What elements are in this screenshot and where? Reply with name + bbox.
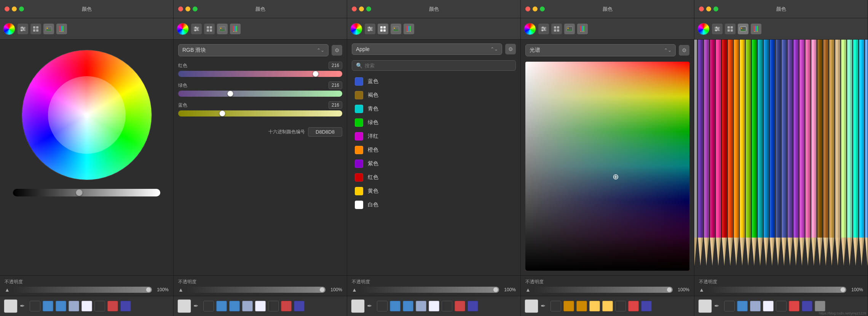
swatch-4-2[interactable] — [563, 301, 574, 311]
eyedropper-icon-3[interactable]: ✒ — [367, 302, 375, 310]
swatch-1-7[interactable] — [107, 301, 118, 311]
close-button-4[interactable] — [525, 6, 530, 11]
image-icon-1[interactable] — [43, 24, 54, 34]
spectrum-gear-button[interactable]: ⚙ — [679, 45, 689, 56]
swatch-4-1[interactable] — [550, 301, 561, 311]
swatch-2-8[interactable] — [294, 301, 305, 311]
sliders-icon-2[interactable] — [191, 24, 202, 34]
current-swatch-4[interactable] — [525, 299, 538, 313]
minimize-button-2[interactable] — [185, 6, 190, 11]
minimize-button-1[interactable] — [12, 6, 17, 11]
blue-slider[interactable] — [178, 110, 342, 117]
eyedropper-icon-4[interactable]: ✒ — [541, 302, 548, 310]
current-swatch-3[interactable] — [351, 299, 365, 313]
maximize-button-3[interactable] — [366, 6, 371, 11]
image-icon-2[interactable] — [217, 24, 228, 34]
pencils-display[interactable] — [694, 40, 868, 275]
swatch-3-6[interactable] — [442, 301, 452, 311]
red-value[interactable]: 216 — [329, 62, 342, 69]
swatch-4-4[interactable] — [589, 301, 600, 311]
color-list-item-9[interactable]: 白色 — [352, 198, 516, 212]
eyedropper-icon-5[interactable]: ✒ — [714, 302, 722, 310]
eyedropper-icon-2[interactable]: ✒ — [193, 302, 201, 310]
wheel-icon-1[interactable] — [3, 23, 15, 35]
swatch-5-4[interactable] — [763, 301, 774, 311]
color-list-item-5[interactable]: 橙色 — [352, 143, 516, 157]
swatch-2-4[interactable] — [242, 301, 253, 311]
image-icon-3[interactable] — [391, 24, 401, 34]
opacity-slider-1[interactable] — [13, 287, 152, 293]
eyedropper-icon-1[interactable]: ✒ — [20, 302, 27, 310]
swatch-1-4[interactable] — [69, 301, 79, 311]
swatch-3-2[interactable] — [390, 301, 400, 311]
swatch-1-6[interactable] — [94, 301, 105, 311]
green-thumb[interactable] — [227, 91, 233, 97]
color-list-item-0[interactable]: 蓝色 — [352, 75, 516, 88]
rgb-gear-button[interactable]: ⚙ — [332, 45, 342, 56]
swatch-4-6[interactable] — [615, 301, 626, 311]
sliders-icon-5[interactable] — [712, 24, 723, 34]
swatch-2-5[interactable] — [255, 301, 266, 311]
blue-value[interactable]: 216 — [329, 101, 342, 109]
brightness-thumb[interactable] — [76, 189, 83, 196]
swatch-4-8[interactable] — [641, 301, 652, 311]
green-slider[interactable] — [178, 91, 342, 97]
color-wheel[interactable]: ⊕ — [22, 50, 152, 180]
swatch-5-8[interactable] — [815, 301, 825, 311]
pencils-icon-2[interactable] — [230, 24, 241, 34]
swatch-5-7[interactable] — [802, 301, 812, 311]
grid-icon-5[interactable] — [725, 24, 736, 34]
swatch-3-5[interactable] — [429, 301, 439, 311]
swatch-2-2[interactable] — [216, 301, 227, 311]
red-slider[interactable] — [178, 71, 342, 77]
current-swatch-1[interactable] — [4, 299, 18, 313]
swatch-1-3[interactable] — [56, 301, 66, 311]
pencils-icon-4[interactable] — [577, 24, 588, 34]
red-thumb[interactable] — [313, 71, 319, 77]
blue-thumb[interactable] — [219, 110, 225, 117]
pencils-icon-5[interactable] — [751, 24, 761, 34]
spectrum-selector-dropdown[interactable]: 光谱 ⌃⌄ — [525, 44, 676, 56]
image-icon-5[interactable] — [738, 24, 748, 34]
opacity-slider-5[interactable] — [707, 287, 846, 293]
minimize-button-4[interactable] — [533, 6, 538, 11]
swatch-5-6[interactable] — [789, 301, 799, 311]
swatch-3-4[interactable] — [416, 301, 426, 311]
color-list-item-8[interactable]: 黄色 — [352, 184, 516, 198]
wheel-icon-3[interactable] — [350, 23, 362, 35]
swatch-1-2[interactable] — [43, 301, 53, 311]
minimize-button-5[interactable] — [706, 6, 711, 11]
sliders-icon-3[interactable] — [365, 24, 375, 34]
maximize-button-5[interactable] — [713, 6, 718, 11]
close-button-3[interactable] — [352, 6, 357, 11]
color-list-item-6[interactable]: 紫色 — [352, 157, 516, 171]
color-list-item-3[interactable]: 绿色 — [352, 116, 516, 129]
swatch-2-6[interactable] — [268, 301, 279, 311]
current-swatch-2[interactable] — [177, 299, 191, 313]
swatch-2-7[interactable] — [281, 301, 292, 311]
swatch-5-5[interactable] — [776, 301, 787, 311]
pencils-icon-1[interactable] — [56, 24, 67, 34]
swatch-3-3[interactable] — [403, 301, 413, 311]
hex-input[interactable] — [308, 127, 342, 137]
maximize-button-1[interactable] — [19, 6, 24, 11]
apple-gear-button[interactable]: ⚙ — [505, 44, 516, 54]
color-list-item-2[interactable]: 青色 — [352, 102, 516, 116]
swatch-1-5[interactable] — [81, 301, 92, 311]
grid-icon-2[interactable] — [204, 24, 215, 34]
pencils-icon-3[interactable] — [404, 24, 414, 34]
swatch-3-1[interactable] — [377, 301, 388, 311]
wheel-icon-4[interactable] — [524, 23, 536, 35]
maximize-button-2[interactable] — [193, 6, 198, 11]
color-list-item-7[interactable]: 红色 — [352, 171, 516, 184]
swatch-5-1[interactable] — [724, 301, 735, 311]
search-input[interactable] — [365, 63, 512, 69]
green-value[interactable]: 216 — [329, 81, 342, 89]
opacity-slider-3[interactable] — [360, 287, 499, 293]
opacity-slider-4[interactable] — [534, 287, 673, 293]
close-button-5[interactable] — [699, 6, 704, 11]
current-swatch-5[interactable] — [698, 299, 712, 313]
grid-icon-3[interactable] — [378, 24, 388, 34]
color-list-item-4[interactable]: 洋红 — [352, 129, 516, 143]
rgb-selector-dropdown[interactable]: RGB 滑块 ⌃⌄ — [178, 44, 329, 56]
